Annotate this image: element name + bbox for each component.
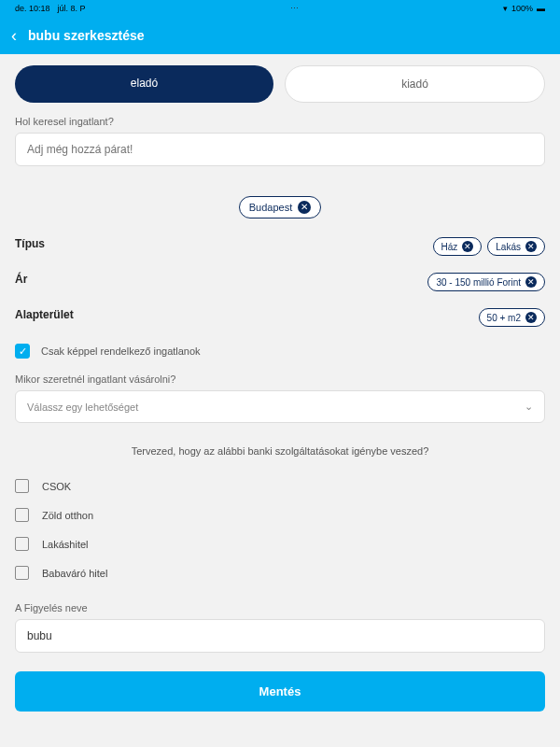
listing-type-tabs: eladó kiadó: [15, 65, 545, 103]
bank-option-csok[interactable]: CSOK: [15, 472, 545, 500]
price-label: Ár: [15, 273, 27, 286]
close-icon[interactable]: ✕: [298, 201, 311, 214]
bank-option-mortgage[interactable]: Lakáshitel: [15, 529, 545, 558]
images-only-label: Csak képpel rendelkező ingatlanok: [41, 345, 201, 357]
search-label: Hol keresel ingatlant?: [15, 116, 545, 127]
page-title: bubu szerkesztése: [28, 28, 145, 43]
close-icon[interactable]: ✕: [525, 241, 537, 252]
chip-label: 30 - 150 millió Forint: [436, 277, 521, 288]
option-label: Zöld otthon: [42, 510, 93, 521]
location-search-input[interactable]: [15, 133, 545, 166]
save-button[interactable]: Mentés: [15, 671, 545, 712]
watch-name-input[interactable]: [15, 619, 545, 653]
status-date: júl. 8. P: [58, 4, 86, 13]
back-icon[interactable]: ‹: [11, 26, 17, 46]
bank-section-title: Tervezed, hogy az alábbi banki szolgálta…: [15, 445, 545, 457]
when-label: Mikor szeretnél ingatlant vásárolni?: [15, 374, 545, 385]
checkbox-images-only[interactable]: ✓: [15, 344, 30, 359]
checkbox-empty[interactable]: [15, 508, 29, 522]
type-label: Típus: [15, 237, 45, 250]
main-content: eladó kiadó Hol keresel ingatlant? Budap…: [0, 54, 560, 723]
price-chip[interactable]: 30 - 150 millió Forint ✕: [427, 273, 545, 291]
bank-options-list: CSOK Zöld otthon Lakáshitel Babaváró hit…: [15, 472, 545, 587]
battery-level: 100%: [511, 4, 533, 13]
checkbox-empty[interactable]: [15, 479, 29, 493]
app-header: ‹ bubu szerkesztése: [0, 17, 560, 54]
type-chip-apartment[interactable]: Lakás ✕: [487, 237, 545, 256]
checkbox-empty[interactable]: [15, 537, 29, 551]
status-notch: ⋯: [86, 4, 503, 13]
area-chip[interactable]: 50 + m2 ✕: [479, 308, 545, 327]
images-only-row[interactable]: ✓ Csak képpel rendelkező ingatlanok: [15, 344, 545, 359]
chevron-down-icon: ⌄: [525, 401, 533, 413]
battery-icon: ▬: [537, 4, 545, 13]
close-icon[interactable]: ✕: [525, 312, 537, 323]
location-chip-budapest[interactable]: Budapest ✕: [239, 196, 321, 218]
close-icon[interactable]: ✕: [525, 276, 537, 288]
chip-label: Lakás: [496, 242, 521, 252]
area-label: Alapterület: [15, 308, 74, 321]
select-placeholder: Válassz egy lehetőséget: [27, 402, 138, 413]
wifi-icon: ▾: [503, 4, 508, 13]
tab-for-sale[interactable]: eladó: [15, 65, 273, 103]
tab-for-rent[interactable]: kiadó: [285, 65, 545, 103]
bank-option-baby-loan[interactable]: Babaváró hitel: [15, 558, 545, 587]
checkbox-empty[interactable]: [15, 566, 29, 580]
option-label: CSOK: [42, 481, 71, 492]
option-label: Babaváró hitel: [42, 568, 107, 579]
type-chip-house[interactable]: Ház ✕: [433, 237, 483, 256]
bank-option-green-home[interactable]: Zöld otthon: [15, 500, 545, 529]
chip-label: 50 + m2: [487, 313, 521, 323]
status-bar: de. 10:18 júl. 8. P ⋯ ▾ 100% ▬: [0, 0, 560, 17]
option-label: Lakáshitel: [42, 539, 89, 550]
name-label: A Figyelés neve: [15, 602, 545, 613]
when-select[interactable]: Válassz egy lehetőséget ⌄: [15, 390, 545, 423]
chip-label: Ház: [441, 242, 458, 252]
chip-label: Budapest: [249, 202, 292, 213]
status-time: de. 10:18: [15, 4, 50, 13]
close-icon[interactable]: ✕: [462, 241, 473, 252]
